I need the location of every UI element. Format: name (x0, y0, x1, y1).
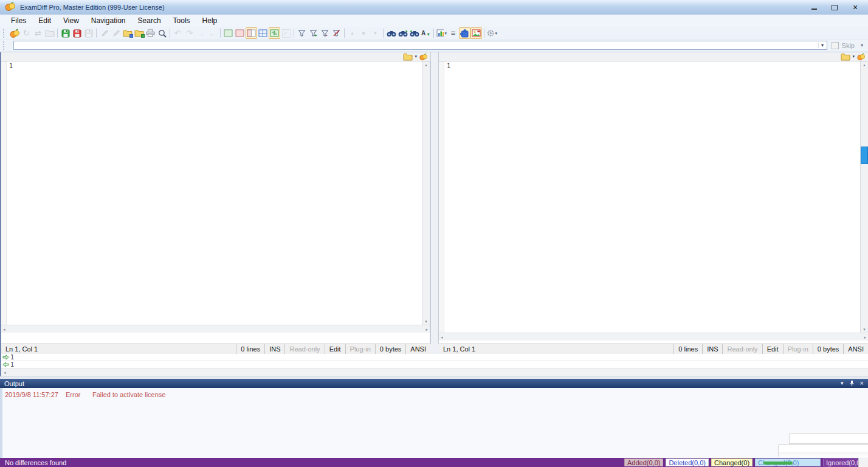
output-menu-icon[interactable]: ▾ (841, 381, 844, 386)
toolbar-separator (57, 29, 58, 38)
scroll-left-icon[interactable]: ◂ (441, 334, 443, 341)
toolbar-separator (484, 29, 484, 38)
menu-help[interactable]: Help (196, 15, 224, 27)
copy-block-left-icon[interactable]: ← (207, 27, 218, 39)
first-pane-statusbar: Ln 1, Col 1 0 linesINSRead-onlyEditPlug-… (1, 344, 430, 354)
menu-tools[interactable]: Tools (167, 15, 196, 27)
current-difference-icon[interactable]: ■ (358, 27, 370, 39)
filter-added-icon[interactable]: + (308, 27, 319, 39)
status-plug-in[interactable]: Plug-in (783, 344, 813, 354)
sync-scroll-icon[interactable] (269, 27, 280, 39)
print-icon[interactable] (145, 27, 156, 39)
skip-checkbox[interactable] (832, 42, 839, 49)
open-session-icon[interactable] (44, 27, 55, 39)
status-ins[interactable]: INS (264, 344, 284, 354)
status-plug-in[interactable]: Plug-in (345, 344, 375, 354)
status-ansi[interactable]: ANSI (405, 344, 430, 354)
find-in-first-icon[interactable] (397, 27, 408, 39)
compare-from-first-button[interactable] (419, 53, 428, 61)
grid-view-icon[interactable] (257, 27, 269, 39)
output-close-icon[interactable]: × (860, 380, 864, 387)
first-horizontal-scrollbar[interactable]: ◂ ▸ (1, 325, 430, 333)
status-read-only[interactable]: Read-only (722, 344, 762, 354)
browse-second-file-button[interactable]: ▾ (841, 53, 855, 61)
inspector-scrollbar[interactable]: ◂ (1, 368, 868, 376)
scroll-down-icon[interactable]: ▾ (425, 318, 427, 325)
close-button[interactable]: × (850, 3, 861, 12)
main-statusbar: No differences found Added(0,0)Deleted(0… (0, 458, 868, 467)
second-editor[interactable]: 1 ▴ ▾ (439, 61, 868, 333)
scroll-right-icon[interactable]: ▸ (864, 334, 866, 341)
status-message: No differences found (5, 459, 624, 466)
save-all-icon[interactable] (83, 27, 94, 39)
quick-find-icon[interactable]: A▼ (420, 27, 432, 39)
scroll-left-icon[interactable]: ◂ (4, 369, 6, 376)
scroll-down-icon[interactable]: ▾ (863, 326, 866, 333)
maximize-button[interactable] (829, 3, 840, 12)
browse-first-file-button[interactable]: ▾ (403, 53, 417, 61)
recompare-icon[interactable]: ↻ (21, 27, 32, 39)
copy-second-icon[interactable] (133, 27, 145, 39)
inspector-line-number: 1 (10, 354, 14, 361)
filter-all-icon[interactable] (296, 27, 308, 39)
chevron-down-icon[interactable]: ▾ (818, 43, 827, 48)
badge-added-: Added(0,0) (624, 458, 663, 466)
status-edit[interactable]: Edit (325, 344, 345, 354)
toolbar-overflow-icon[interactable]: ▾ (859, 43, 865, 48)
compare-icon[interactable] (9, 27, 21, 39)
compare-from-second-button[interactable] (857, 53, 866, 61)
picture-view-icon[interactable] (470, 27, 482, 39)
redo-icon[interactable]: ↷ (184, 27, 195, 39)
save-second-icon[interactable] (71, 27, 83, 39)
undo-icon[interactable]: ↶ (172, 27, 184, 39)
scroll-up-icon[interactable]: ▴ (425, 61, 427, 68)
menu-navigation[interactable]: Navigation (85, 15, 132, 27)
second-vertical-scrollbar[interactable]: ▴ ▾ (860, 61, 868, 333)
toolbar-grip[interactable] (3, 29, 6, 38)
find-in-second-icon[interactable] (408, 27, 420, 39)
second-pane-header: ▾ (439, 52, 868, 61)
split-view-icon[interactable] (246, 27, 257, 39)
copy-block-right-icon[interactable]: → (195, 27, 207, 39)
first-vertical-scrollbar[interactable]: ▴ ▾ (422, 61, 430, 325)
show-second-pane-icon[interactable] (234, 27, 246, 39)
status-edit[interactable]: Edit (762, 344, 783, 354)
menu-edit[interactable]: Edit (32, 15, 57, 27)
scroll-left-icon[interactable]: ◂ (3, 326, 5, 333)
filter-none-icon[interactable] (331, 27, 342, 39)
save-first-icon[interactable] (60, 27, 71, 39)
print-preview-icon[interactable] (156, 27, 168, 39)
plugins-icon[interactable] (459, 27, 470, 39)
menu-files[interactable]: Files (5, 15, 32, 27)
second-horizontal-scrollbar[interactable]: ◂ ▸ (439, 333, 868, 341)
prev-difference-icon[interactable]: ▲ (346, 27, 358, 39)
vertical-scrollbar-thumb[interactable] (861, 147, 868, 164)
minimize-button[interactable] (808, 3, 819, 12)
toolbar-separator (294, 29, 294, 38)
menu-view[interactable]: View (57, 15, 85, 27)
filter-deleted-icon[interactable]: - (319, 27, 331, 39)
status-read-only[interactable]: Read-only (284, 344, 324, 354)
line-inspector-icon[interactable]: ≡ (447, 27, 459, 39)
find-icon[interactable] (385, 27, 397, 39)
first-editor[interactable]: 1 ▴ ▾ (1, 61, 430, 325)
copy-first-icon[interactable] (122, 27, 133, 39)
next-difference-icon[interactable]: ▼ (370, 27, 381, 39)
output-entry: 2019/9/8 11:57:27ErrorFailed to activate… (2, 390, 868, 400)
swap-panes-icon[interactable]: ⇄ (32, 27, 44, 39)
compare-dropdown[interactable]: ▾ (13, 41, 827, 50)
status-ansi[interactable]: ANSI (843, 344, 868, 354)
menu-search[interactable]: Search (132, 15, 167, 27)
pane-splitter[interactable] (430, 52, 439, 344)
scroll-right-icon[interactable]: ▸ (425, 326, 428, 333)
options-icon[interactable]: ▾ (486, 27, 498, 39)
show-first-pane-icon[interactable] (222, 27, 234, 39)
scroll-up-icon[interactable]: ▴ (863, 61, 866, 68)
edit-first-icon[interactable] (98, 27, 110, 39)
auto-recompare-icon[interactable]: ✓ (280, 27, 292, 39)
diff-statistics-icon[interactable]: ▾ (436, 27, 447, 39)
compare-bar-grip[interactable] (3, 41, 6, 50)
status-ins[interactable]: INS (702, 344, 722, 354)
edit-second-icon[interactable] (110, 27, 122, 39)
pin-icon[interactable] (849, 380, 855, 387)
